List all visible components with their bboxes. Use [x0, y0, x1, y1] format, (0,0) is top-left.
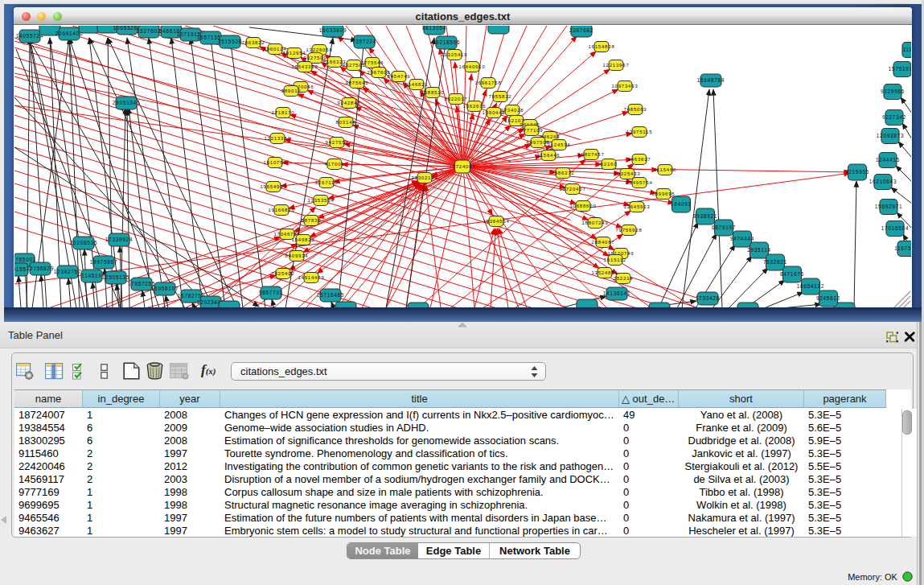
svg-text:9242848: 9242848	[338, 101, 361, 105]
svg-text:2935114: 2935114	[747, 247, 771, 253]
svg-text:14914479: 14914479	[298, 275, 324, 280]
svg-text:15716485: 15716485	[317, 292, 344, 298]
svg-text:7515526: 7515526	[218, 39, 242, 44]
svg-text:9474444: 9474444	[730, 236, 754, 241]
svg-text:1588520: 1588520	[421, 90, 445, 95]
svg-text:8938921: 8938921	[693, 213, 717, 219]
svg-text:15692971: 15692971	[875, 204, 902, 209]
svg-text:19654933: 19654933	[260, 184, 286, 189]
svg-text:2387682: 2387682	[569, 27, 593, 33]
svg-text:7632621: 7632621	[763, 259, 787, 265]
svg-text:1167534: 1167534	[894, 245, 911, 251]
svg-text:12093873: 12093873	[877, 133, 904, 138]
svg-text:9115460: 9115460	[654, 167, 677, 172]
svg-text:17339924: 17339924	[105, 237, 133, 242]
svg-text:9245612: 9245612	[816, 295, 840, 301]
svg-text:13495754: 13495754	[626, 180, 652, 185]
svg-text:39155: 39155	[14, 266, 27, 272]
svg-text:3124534: 3124534	[548, 142, 571, 147]
svg-text:989012: 989012	[281, 89, 302, 93]
svg-text:16210643: 16210643	[869, 179, 897, 184]
svg-text:14055724: 14055724	[16, 33, 43, 39]
svg-text:10973493: 10973493	[611, 84, 638, 89]
svg-text:17016504: 17016504	[881, 225, 909, 231]
svg-text:1527602: 1527602	[137, 28, 161, 34]
svg-text:7625402: 7625402	[272, 271, 295, 276]
svg-text:9875645: 9875645	[346, 80, 369, 85]
svg-text:16961758: 16961758	[474, 80, 501, 85]
svg-text:9734028: 9734028	[501, 108, 524, 113]
svg-text:252214: 252214	[614, 276, 634, 281]
svg-text:14136141: 14136141	[603, 290, 630, 296]
svg-text:8322017: 8322017	[445, 97, 468, 101]
svg-text:3267110: 3267110	[315, 180, 339, 185]
svg-text:587832: 587832	[302, 218, 322, 223]
svg-text:1785001: 1785001	[14, 257, 36, 262]
svg-text:1733426: 1733426	[696, 295, 720, 301]
svg-text:19218596: 19218596	[433, 39, 460, 45]
svg-text:10688609: 10688609	[569, 204, 596, 208]
svg-text:11122: 11122	[903, 47, 911, 52]
svg-text:13524851: 13524851	[591, 270, 618, 275]
svg-text:164093: 164093	[671, 201, 692, 207]
svg-text:16154808: 16154808	[588, 44, 614, 49]
svg-text:8471676: 8471676	[780, 271, 804, 277]
svg-text:1362615: 1362615	[463, 104, 487, 109]
svg-text:11325419: 11325419	[441, 52, 468, 57]
svg-text:12156829: 12156829	[27, 266, 54, 271]
svg-text:9146821: 9146821	[405, 82, 429, 87]
svg-text:12213967: 12213967	[602, 63, 629, 68]
svg-text:9463627: 9463627	[628, 157, 651, 162]
svg-text:9857791: 9857791	[259, 290, 283, 295]
svg-text:19975867: 19975867	[90, 259, 117, 265]
svg-text:1610753: 1610753	[264, 160, 287, 165]
svg-text:16648784: 16648784	[697, 77, 725, 83]
svg-text:8409934: 8409934	[285, 253, 309, 258]
svg-text:23302173: 23302173	[411, 175, 437, 180]
svg-text:1244415: 1244415	[876, 157, 900, 163]
svg-text:9329966: 9329966	[881, 89, 905, 94]
svg-text:6899695: 6899695	[652, 192, 676, 196]
svg-text:15751074: 15751074	[889, 66, 911, 72]
svg-text:9427552: 9427552	[326, 140, 349, 145]
svg-text:10654122: 10654122	[797, 283, 824, 289]
svg-text:20691406: 20691406	[55, 31, 83, 36]
svg-text:13353594: 13353594	[307, 198, 334, 203]
svg-text:16640910: 16640910	[458, 64, 485, 69]
svg-text:29053346: 29053346	[113, 100, 140, 105]
svg-text:12342757: 12342757	[54, 269, 81, 274]
svg-text:62160: 62160	[601, 162, 618, 167]
svg-text:3215955: 3215955	[845, 169, 869, 175]
svg-text:16033809: 16033809	[319, 27, 347, 33]
svg-text:7357224: 7357224	[352, 39, 376, 44]
svg-text:19166825: 19166825	[268, 208, 294, 212]
svg-text:79756928: 79756928	[615, 228, 642, 233]
svg-text:8454749: 8454749	[388, 74, 411, 79]
svg-text:9777109: 9777109	[520, 128, 544, 133]
svg-text:2718170: 2718170	[272, 110, 295, 115]
svg-text:13226058: 13226058	[306, 47, 332, 52]
svg-text:20206535: 20206535	[70, 240, 97, 245]
svg-text:7485063: 7485063	[624, 107, 647, 112]
svg-text:1775546: 1775546	[361, 60, 384, 65]
svg-text:12505135: 12505135	[102, 274, 129, 280]
svg-text:18807249: 18807249	[581, 220, 608, 225]
svg-text:417006: 417006	[325, 162, 345, 167]
svg-text:18724007: 18724007	[449, 164, 475, 169]
svg-text:6497508: 6497508	[527, 140, 550, 145]
svg-text:19384554: 19384554	[483, 219, 509, 224]
svg-text:7986372: 7986372	[552, 171, 575, 175]
svg-text:15720407: 15720407	[559, 187, 585, 192]
svg-text:803144: 803144	[336, 120, 356, 125]
svg-text:7663822: 7663822	[242, 40, 265, 45]
svg-text:2884067: 2884067	[592, 240, 615, 245]
svg-text:1549822: 1549822	[292, 237, 315, 242]
svg-text:12975115: 12975115	[626, 130, 653, 134]
svg-text:16958107: 16958107	[151, 286, 179, 291]
svg-text:10807457: 10807457	[577, 152, 604, 157]
svg-text:9227342: 9227342	[882, 114, 906, 120]
svg-text:13645923: 13645923	[623, 204, 650, 209]
svg-text:10025433: 10025433	[614, 171, 640, 176]
svg-text:114519: 114519	[81, 273, 101, 278]
svg-text:1615112: 1615112	[604, 257, 627, 262]
